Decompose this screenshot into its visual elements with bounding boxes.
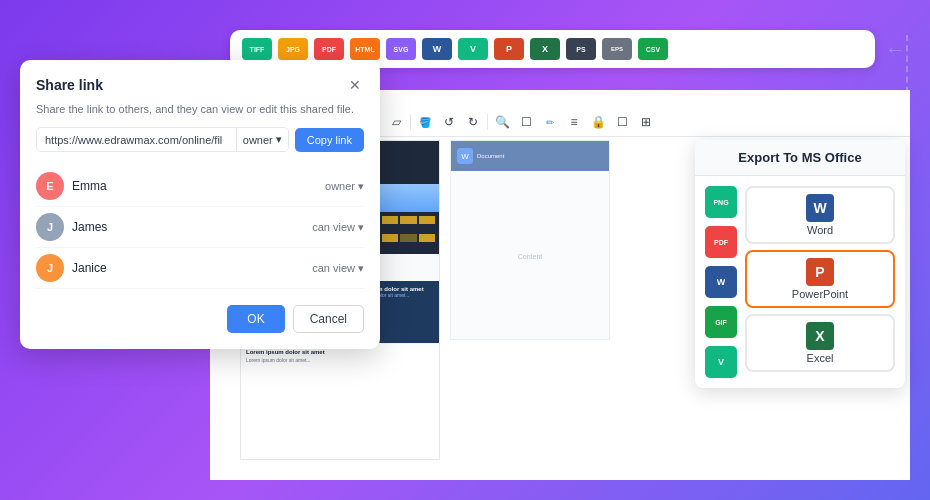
tool-lock[interactable]: 🔒: [588, 112, 608, 132]
dialog-description: Share the link to others, and they can v…: [36, 102, 364, 117]
preview2-placeholder: Content: [518, 253, 543, 260]
bottom-text: Lorem ipsum dolor sit amet...: [246, 357, 434, 364]
cancel-button[interactable]: Cancel: [293, 305, 364, 333]
tool-divider-2: [487, 114, 488, 130]
user-name-janice: Janice: [72, 261, 312, 275]
format-html[interactable]: HTML: [350, 38, 380, 60]
format-tiff[interactable]: TIFF: [242, 38, 272, 60]
user-role-james[interactable]: can view ▾: [312, 221, 364, 234]
user-row-james: J James can view ▾: [36, 207, 364, 248]
tool-parallelogram[interactable]: ▱: [386, 112, 406, 132]
role-label-janice: can view: [312, 262, 355, 274]
format-visio[interactable]: V: [458, 38, 488, 60]
export-icon-gif[interactable]: GIF: [705, 306, 737, 338]
share-dialog: Share link ✕ Share the link to others, a…: [20, 60, 380, 349]
tool-align[interactable]: ≡: [564, 112, 584, 132]
export-right-options: W Word P PowerPoint X Excel: [745, 186, 895, 378]
export-panel-title: Export To MS Office: [695, 140, 905, 176]
export-icon-visio[interactable]: V: [705, 346, 737, 378]
tool-rotate-right[interactable]: ↻: [463, 112, 483, 132]
user-name-emma: Emma: [72, 179, 325, 193]
user-row-janice: J Janice can view ▾: [36, 248, 364, 289]
chevron-down-icon: ▾: [276, 133, 282, 146]
export-option-powerpoint[interactable]: P PowerPoint: [745, 250, 895, 308]
copy-link-button[interactable]: Copy link: [295, 128, 364, 152]
avatar-janice: J: [36, 254, 64, 282]
ok-button[interactable]: OK: [227, 305, 284, 333]
dialog-footer: OK Cancel: [36, 305, 364, 333]
ppt-icon: P: [806, 258, 834, 286]
user-row-emma: E Emma owner ▾: [36, 166, 364, 207]
user-name-james: James: [72, 220, 312, 234]
export-left-icons: PNG PDF W GIF V: [705, 186, 737, 378]
close-button[interactable]: ✕: [346, 76, 364, 94]
format-csv[interactable]: CSV: [638, 38, 668, 60]
word-label: Word: [807, 224, 833, 236]
tool-frame[interactable]: ☐: [516, 112, 536, 132]
export-panel: Export To MS Office PNG PDF W GIF V W: [695, 140, 905, 388]
bottom-title: Lorem ipsum dolor sit amet: [246, 349, 434, 355]
chevron-down-icon-janice: ▾: [358, 262, 364, 275]
word-icon: W: [806, 194, 834, 222]
format-ppt[interactable]: P: [494, 38, 524, 60]
dialog-title: Share link: [36, 77, 103, 93]
dialog-header: Share link ✕: [36, 76, 364, 94]
preview2-header: W Document: [451, 141, 609, 171]
users-list: E Emma owner ▾ J James can view ▾ J Jani…: [36, 166, 364, 289]
user-role-janice[interactable]: can view ▾: [312, 262, 364, 275]
export-option-word[interactable]: W Word: [745, 186, 895, 244]
link-input[interactable]: [37, 129, 236, 151]
excel-label: Excel: [807, 352, 834, 364]
export-option-excel[interactable]: X Excel: [745, 314, 895, 372]
tool-fill[interactable]: 🪣: [415, 112, 435, 132]
tool-zoom[interactable]: 🔍: [492, 112, 512, 132]
format-pdf[interactable]: PDF: [314, 38, 344, 60]
chevron-down-icon-james: ▾: [358, 221, 364, 234]
excel-icon: X: [806, 322, 834, 350]
format-svg[interactable]: SVG: [386, 38, 416, 60]
tool-group[interactable]: ☐: [612, 112, 632, 132]
role-label-james: can view: [312, 221, 355, 233]
role-label-emma: owner: [325, 180, 355, 192]
export-icon-png[interactable]: PNG: [705, 186, 737, 218]
format-excel[interactable]: X: [530, 38, 560, 60]
avatar-emma: E: [36, 172, 64, 200]
format-ps[interactable]: PS: [566, 38, 596, 60]
ppt-label: PowerPoint: [792, 288, 848, 300]
tool-rotate-left[interactable]: ↺: [439, 112, 459, 132]
tool-divider-1: [410, 114, 411, 130]
newsletter-preview-2: W Document Content: [450, 140, 610, 340]
format-eps[interactable]: EPS: [602, 38, 632, 60]
arrow-indicator: ←: [885, 38, 905, 61]
format-word[interactable]: W: [422, 38, 452, 60]
link-role-label: owner: [243, 134, 273, 146]
format-jpg[interactable]: JPG: [278, 38, 308, 60]
preview2-label: Document: [477, 153, 504, 159]
export-icon-word-mini[interactable]: W: [705, 266, 737, 298]
link-row: owner ▾ Copy link: [36, 127, 364, 152]
user-role-emma[interactable]: owner ▾: [325, 180, 364, 193]
link-role-dropdown[interactable]: owner ▾: [236, 128, 288, 151]
tool-more[interactable]: ⊞: [636, 112, 656, 132]
tool-pen[interactable]: ✏: [540, 112, 560, 132]
avatar-james: J: [36, 213, 64, 241]
link-input-wrapper: owner ▾: [36, 127, 289, 152]
export-panel-body: PNG PDF W GIF V W Word: [695, 176, 905, 388]
chevron-down-icon-emma: ▾: [358, 180, 364, 193]
preview2-body: Content: [451, 171, 609, 340]
export-icon-pdf[interactable]: PDF: [705, 226, 737, 258]
